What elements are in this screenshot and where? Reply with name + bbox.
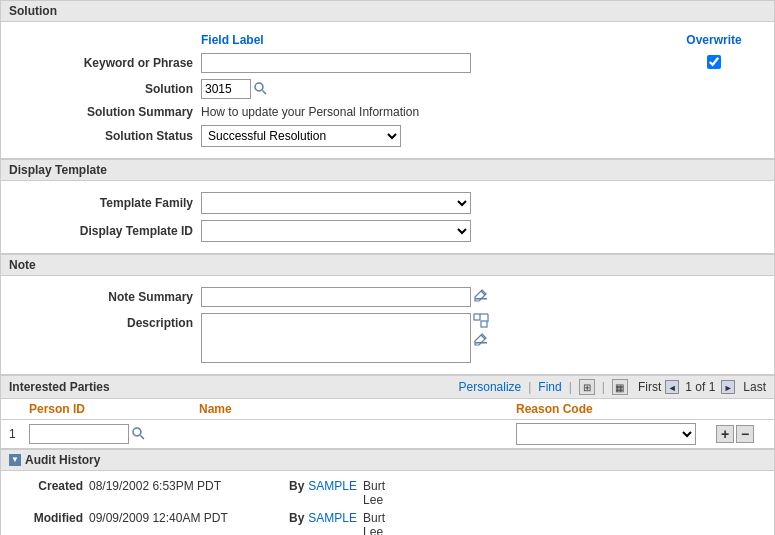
ip-data-row: 1 + xyxy=(1,420,774,448)
display-template-content: Template Family Display Template ID xyxy=(0,181,775,254)
col-reason-code: Reason Code xyxy=(516,402,716,416)
template-family-label: Template Family xyxy=(1,196,201,210)
add-row-button[interactable]: + xyxy=(716,425,734,443)
modified-by-value: SAMPLE xyxy=(308,511,357,525)
modified-date: 09/09/2009 12:40AM PDT xyxy=(89,511,289,525)
modified-by-name: Burt Lee xyxy=(363,511,385,535)
solution-input[interactable] xyxy=(201,79,251,99)
keyword-overwrite-checkbox[interactable] xyxy=(707,55,721,69)
audit-history-section: ▼ Audit History Created 08/19/2002 6:53P… xyxy=(0,449,775,535)
display-template-id-label: Display Template ID xyxy=(1,224,201,238)
note-summary-label: Note Summary xyxy=(1,290,201,304)
keyword-input[interactable] xyxy=(201,53,471,73)
chart-view-icon[interactable]: ▦ xyxy=(612,379,628,395)
solution-status-label: Solution Status xyxy=(1,129,201,143)
col-overwrite-label: Overwrite xyxy=(686,33,741,47)
created-date: 08/19/2002 6:53PM PDT xyxy=(89,479,289,493)
solution-row: Solution xyxy=(1,76,774,102)
solution-status-select[interactable]: Successful Resolution No Resolution Part… xyxy=(201,125,401,147)
description-expand-icon[interactable] xyxy=(473,313,491,331)
audit-created-row: Created 08/19/2002 6:53PM PDT By SAMPLE … xyxy=(9,477,766,509)
nav-last-label: Last xyxy=(743,380,766,394)
svg-line-1 xyxy=(263,91,267,95)
grid-view-icon[interactable]: ⊞ xyxy=(579,379,595,395)
template-family-row: Template Family xyxy=(1,189,774,217)
description-label: Description xyxy=(1,313,201,330)
solution-section: Solution Field Label Overwrite Keyword o… xyxy=(0,0,775,159)
solution-summary-row: Solution Summary How to update your Pers… xyxy=(1,102,774,122)
personalize-link[interactable]: Personalize xyxy=(459,380,522,394)
svg-point-0 xyxy=(255,83,263,91)
solution-col-headers: Field Label Overwrite xyxy=(1,30,774,50)
nav-prev-icon[interactable]: ◄ xyxy=(665,380,679,394)
person-id-search-icon[interactable] xyxy=(131,426,147,442)
interested-parties-header: Interested Parties Personalize | Find | … xyxy=(0,375,775,399)
find-link[interactable]: Find xyxy=(538,380,561,394)
created-by-value: SAMPLE xyxy=(308,479,357,493)
note-section: Note Note Summary xyxy=(0,254,775,375)
keyword-row: Keyword or Phrase xyxy=(1,50,774,76)
ip-col-headers: Person ID Name Reason Code xyxy=(1,399,774,420)
note-summary-row: Note Summary xyxy=(1,284,774,310)
page: Solution Field Label Overwrite Keyword o… xyxy=(0,0,775,535)
interested-parties-title: Interested Parties xyxy=(9,380,110,394)
created-by-label: By xyxy=(289,479,308,493)
display-template-section: Display Template Template Family Display… xyxy=(0,159,775,254)
interested-parties-section: Interested Parties Personalize | Find | … xyxy=(0,375,775,449)
modified-by-label: By xyxy=(289,511,308,525)
modified-label: Modified xyxy=(9,511,89,525)
svg-point-12 xyxy=(133,428,141,436)
note-summary-edit-icon[interactable] xyxy=(473,288,491,306)
audit-history-title: Audit History xyxy=(25,453,100,467)
keyword-label: Keyword or Phrase xyxy=(1,56,201,70)
note-header: Note xyxy=(0,254,775,276)
audit-history-content: Created 08/19/2002 6:53PM PDT By SAMPLE … xyxy=(0,471,775,535)
solution-header: Solution xyxy=(0,0,775,22)
col-person-id: Person ID xyxy=(29,402,199,416)
audit-modified-row: Modified 09/09/2009 12:40AM PDT By SAMPL… xyxy=(9,509,766,535)
interested-parties-content: Person ID Name Reason Code 1 xyxy=(0,399,775,449)
svg-line-13 xyxy=(141,436,145,440)
solution-summary-label: Solution Summary xyxy=(1,105,201,119)
nav-page: 1 of 1 xyxy=(685,380,715,394)
svg-rect-5 xyxy=(474,314,480,320)
created-by-name: Burt Lee xyxy=(363,479,385,507)
description-edit-icon[interactable] xyxy=(473,332,491,350)
remove-row-button[interactable]: − xyxy=(736,425,754,443)
reason-code-select[interactable] xyxy=(516,423,696,445)
nav-first-label: First xyxy=(638,380,661,394)
solution-search-icon[interactable] xyxy=(253,81,269,97)
solution-status-row: Solution Status Successful Resolution No… xyxy=(1,122,774,150)
description-textarea[interactable] xyxy=(201,313,471,363)
person-id-input[interactable] xyxy=(29,424,129,444)
note-content: Note Summary Description xyxy=(0,276,775,375)
audit-history-header: ▼ Audit History xyxy=(0,449,775,471)
display-template-id-select[interactable] xyxy=(201,220,471,242)
display-template-id-row: Display Template ID xyxy=(1,217,774,245)
solution-summary-value: How to update your Personal Information xyxy=(201,105,419,119)
description-row: Description xyxy=(1,310,774,366)
col-field-label: Field Label xyxy=(201,33,264,47)
created-label: Created xyxy=(9,479,89,493)
col-name: Name xyxy=(199,402,516,416)
template-family-select[interactable] xyxy=(201,192,471,214)
solution-content: Field Label Overwrite Keyword or Phrase … xyxy=(0,22,775,159)
solution-label: Solution xyxy=(1,82,201,96)
svg-rect-6 xyxy=(481,321,487,327)
nav-next-icon[interactable]: ► xyxy=(721,380,735,394)
audit-toggle-icon[interactable]: ▼ xyxy=(9,454,21,466)
note-summary-input[interactable] xyxy=(201,287,471,307)
display-template-header: Display Template xyxy=(0,159,775,181)
